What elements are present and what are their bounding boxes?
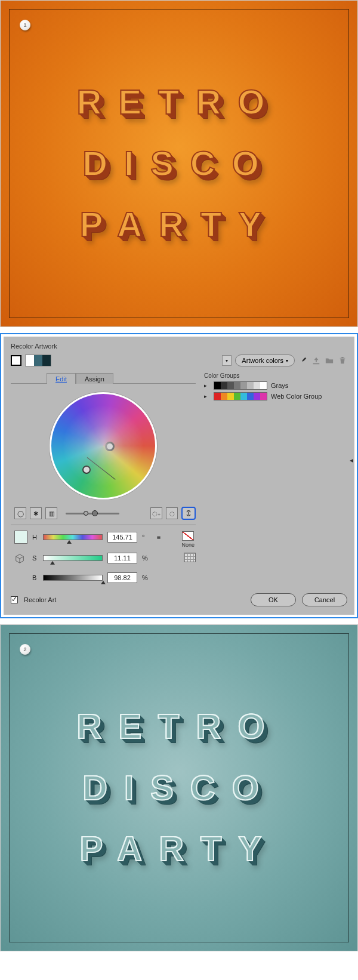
mode-segmented-wheel-button[interactable]: ✱ [30, 507, 42, 519]
s-label: S [32, 554, 38, 562]
b-value[interactable]: 98.82 [107, 572, 137, 583]
h-unit: ° [142, 534, 149, 541]
none-swatch[interactable] [182, 531, 194, 541]
h-label: H [32, 534, 38, 541]
h-slider[interactable] [43, 534, 103, 540]
grays-label: Grays [271, 382, 288, 389]
expand-icon[interactable]: ▸ [204, 383, 210, 389]
b-slider[interactable] [43, 575, 103, 581]
color-group-web[interactable]: ▸ Web Color Group [204, 392, 347, 400]
active-color-outline[interactable] [11, 355, 21, 366]
mode-bars-button[interactable]: ▥ [45, 507, 57, 519]
color-model-icon[interactable] [14, 553, 27, 566]
recolor-art-checkbox[interactable] [11, 596, 18, 603]
color-grid-icon[interactable] [184, 553, 196, 562]
active-color-swatches[interactable] [25, 355, 51, 366]
brightness-mini-slider[interactable] [66, 509, 119, 517]
step-badge-2: 2 [20, 644, 30, 655]
swatch-1[interactable] [26, 355, 34, 366]
expand-icon[interactable]: ▸ [204, 393, 210, 399]
tab-edit[interactable]: Edit [47, 373, 76, 384]
save-group-icon[interactable] [311, 356, 321, 365]
hsb-preview-chip [14, 531, 27, 544]
grays-swatches [214, 381, 267, 390]
poster-after: 2 RETRO DISCO PARTY [0, 624, 358, 951]
swatch-dropdown[interactable]: ▾ [222, 355, 232, 366]
link-harmony-button[interactable] [181, 507, 196, 520]
web-label: Web Color Group [271, 393, 322, 400]
trash-icon[interactable] [338, 356, 347, 365]
folder-icon[interactable] [325, 356, 334, 365]
ok-button[interactable]: OK [251, 593, 296, 606]
recolor-dialog-window: Recolor Artwork ▾ Artwork colors▾ [0, 333, 358, 618]
swatch-2[interactable] [34, 355, 42, 366]
wheel-link-line [87, 457, 116, 480]
s-slider[interactable] [43, 555, 103, 561]
poster-before: 1 RETRO DISCO PARTY [0, 0, 358, 327]
s-value[interactable]: 11.11 [107, 553, 137, 563]
mode-smooth-wheel-button[interactable]: ◯ [14, 507, 26, 519]
poster-border [9, 9, 349, 318]
color-group-grays[interactable]: ▸ Grays [204, 381, 347, 390]
collapse-side-arrow-icon[interactable]: ◂ [350, 456, 353, 464]
eyedropper-icon[interactable] [298, 356, 308, 365]
remove-color-button[interactable]: ◌ [166, 507, 178, 519]
color-wheel[interactable] [50, 392, 157, 500]
none-label: None [181, 542, 195, 548]
poster-border [9, 633, 349, 942]
wheel-handle-secondary[interactable] [82, 466, 91, 474]
dialog-title: Recolor Artwork [11, 343, 347, 350]
web-swatches [214, 392, 267, 400]
colorset-dropdown[interactable]: Artwork colors▾ [235, 355, 295, 366]
add-color-button[interactable]: ◌₊ [150, 507, 162, 519]
cancel-button[interactable]: Cancel [302, 593, 347, 606]
recolor-art-label: Recolor Art [24, 596, 56, 603]
tab-assign[interactable]: Assign [76, 373, 113, 384]
b-unit: % [142, 574, 149, 581]
s-unit: % [142, 554, 149, 562]
color-groups-title: Color Groups [204, 372, 347, 379]
colorset-dropdown-label: Artwork colors [242, 357, 283, 364]
hsb-options-icon[interactable]: ≡ [154, 532, 163, 542]
step-badge-1: 1 [20, 20, 30, 30]
h-value[interactable]: 145.71 [107, 532, 137, 543]
b-label: B [32, 574, 38, 581]
wheel-handle-primary[interactable] [105, 442, 115, 451]
swatch-3[interactable] [42, 355, 51, 366]
